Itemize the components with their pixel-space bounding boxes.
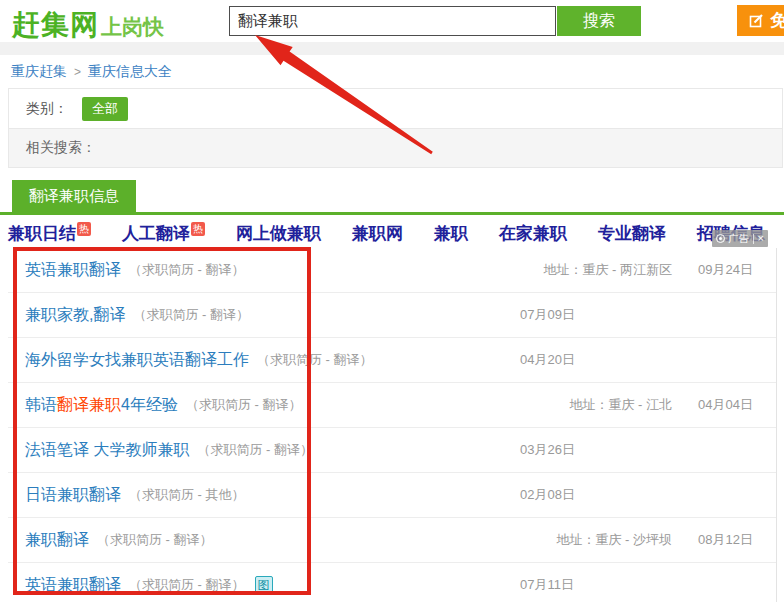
ad-info-icon: [716, 234, 725, 243]
listing-row: 兼职翻译 （求职简历 - 翻译） 地址：重庆 - 沙坪坝 08月12日: [8, 518, 777, 563]
listing-title-link[interactable]: 英语兼职翻译: [25, 260, 121, 281]
listing-category: （求职简历 - 翻译）: [186, 396, 302, 414]
listing-title-link[interactable]: 兼职家教,翻译: [25, 305, 125, 326]
listing-title-link[interactable]: 兼职翻译: [25, 530, 89, 551]
ad-close-icon[interactable]: ×: [758, 233, 764, 244]
filter-panel: 类别： 全部 相关搜索：: [8, 88, 783, 168]
listing-category: （求职简历 - 翻译）: [129, 261, 245, 279]
keyword-highlight: 翻译兼职: [57, 396, 121, 413]
hot-badge-icon: 热: [191, 222, 205, 236]
listing-title-link[interactable]: 日语兼职翻译: [25, 485, 121, 506]
nav-item-online-parttime[interactable]: 网上做兼职: [236, 222, 321, 245]
nav-item-parttime[interactable]: 兼职: [434, 222, 468, 245]
hot-badge-icon: 热: [77, 222, 91, 236]
nav-item-parttime-net[interactable]: 兼职网: [352, 222, 403, 245]
listing-date: 04月20日: [520, 351, 575, 369]
listing-category: （求职简历 - 其他）: [129, 486, 245, 504]
ad-label: 广告: [729, 232, 749, 246]
breadcrumb-separator: >: [74, 65, 81, 79]
breadcrumb-city-link[interactable]: 重庆赶集: [11, 63, 67, 81]
listing-address: 地址：重庆 - 沙坪坝: [556, 531, 672, 549]
listing-date: 07月11日: [520, 576, 574, 594]
search-button[interactable]: 搜索: [557, 6, 641, 36]
related-keywords-nav: 兼职日结热 人工翻译热 网上做兼职 兼职网 兼职 在家兼职 专业翻译 招聘信息 …: [0, 222, 784, 245]
listing-category: （求职简历 - 翻译）: [97, 531, 213, 549]
publish-label: 免费发布: [770, 9, 784, 32]
free-publish-button[interactable]: 免费发布: [737, 5, 784, 36]
category-all-button[interactable]: 全部: [82, 97, 128, 121]
logo-brand-text: 赶集网: [12, 6, 99, 44]
listing-row: 海外留学女找兼职英语翻译工作 （求职简历 - 翻译） 04月20日: [8, 338, 777, 383]
has-photo-badge: 图: [255, 576, 273, 594]
nav-item-human-translation[interactable]: 人工翻译热: [122, 222, 205, 245]
category-filter-row: 类别： 全部: [9, 89, 782, 128]
ad-badge: 广告 ×: [712, 230, 768, 247]
related-search-label: 相关搜索：: [26, 139, 96, 157]
section-tab-bar: 翻译兼职信息: [0, 180, 784, 215]
listing-date: 09月24日: [698, 261, 753, 279]
listing-row: 法语笔译 大学教师兼职 （求职简历 - 翻译） 03月26日: [8, 428, 777, 473]
logo-slogan-text: 上岗快: [101, 13, 164, 41]
job-listings: 英语兼职翻译 （求职简历 - 翻译） 地址：重庆 - 两江新区 09月24日 兼…: [8, 248, 777, 602]
listing-row: 兼职家教,翻译 （求职简历 - 翻译） 07月09日: [8, 293, 777, 338]
listing-date: 03月26日: [520, 441, 575, 459]
listing-row: 英语兼职翻译 （求职简历 - 翻译） 地址：重庆 - 两江新区 09月24日: [8, 248, 777, 293]
listing-row: 日语兼职翻译 （求职简历 - 其他） 02月08日: [8, 473, 777, 518]
listing-row: 英语兼职翻译 （求职简历 - 翻译） 图 07月11日: [8, 563, 777, 602]
ad-divider: [753, 234, 754, 244]
listing-date: 04月04日: [698, 396, 753, 414]
listing-title-link[interactable]: 海外留学女找兼职英语翻译工作: [25, 350, 249, 371]
listing-category: （求职简历 - 翻译）: [133, 306, 249, 324]
nav-item-home-parttime[interactable]: 在家兼职: [499, 222, 567, 245]
listing-row: 韩语翻译兼职4年经验 （求职简历 - 翻译） 地址：重庆 - 江北 04月04日: [8, 383, 777, 428]
listing-category: （求职简历 - 翻译）: [197, 441, 313, 459]
listing-title-link[interactable]: 英语兼职翻译: [25, 575, 121, 596]
listing-category: （求职简历 - 翻译）: [257, 351, 373, 369]
nav-item-professional-translation[interactable]: 专业翻译: [598, 222, 666, 245]
edit-icon: [749, 13, 764, 28]
site-logo[interactable]: 赶集网 上岗快: [12, 6, 164, 44]
site-header: 赶集网 上岗快 搜索 免费发布: [0, 0, 784, 42]
listing-title-link[interactable]: 韩语翻译兼职4年经验: [25, 395, 178, 416]
listing-title-link[interactable]: 法语笔译 大学教师兼职: [25, 440, 189, 461]
breadcrumb: 重庆赶集 > 重庆信息大全: [0, 55, 784, 88]
search-input[interactable]: [229, 6, 556, 36]
listing-address: 地址：重庆 - 两江新区: [543, 261, 672, 279]
tab-translation-parttime-info[interactable]: 翻译兼职信息: [12, 180, 136, 212]
listing-date: 08月12日: [698, 531, 753, 549]
related-search-row: 相关搜索：: [9, 128, 782, 167]
breadcrumb-info-link[interactable]: 重庆信息大全: [88, 63, 172, 81]
category-label: 类别：: [26, 100, 68, 118]
nav-item-daily-parttime[interactable]: 兼职日结热: [8, 222, 91, 245]
listing-date: 07月09日: [520, 306, 575, 324]
listing-address: 地址：重庆 - 江北: [569, 396, 672, 414]
listing-date: 02月08日: [520, 486, 575, 504]
listing-category: （求职简历 - 翻译）: [129, 576, 245, 594]
